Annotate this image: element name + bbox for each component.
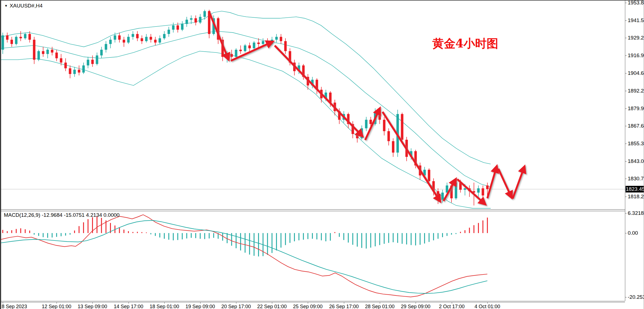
time-axis-tick	[92, 302, 93, 303]
macd-signal-line	[1, 220, 487, 293]
candle-body	[455, 183, 457, 198]
price-axis-label-tick	[625, 197, 627, 197]
candle-body	[51, 50, 54, 52]
candle-body	[275, 37, 278, 39]
candle-body	[69, 68, 71, 74]
price-axis-label-tick	[625, 56, 627, 56]
price-axis-label: 1843.00	[628, 158, 644, 164]
candle-body	[262, 41, 264, 44]
time-axis-tick	[380, 302, 380, 303]
time-axis-label: 26 Sep 17:00	[329, 304, 359, 309]
time-axis-label: 14 Sep 17:00	[114, 304, 143, 309]
macd-histogram-layer	[3, 216, 487, 256]
price-axis-label-tick	[625, 91, 627, 91]
symbol-selector[interactable]: ▼ XAUUSD#,H4	[4, 3, 42, 9]
time-axis-label: 8 Sep 2023	[2, 304, 27, 309]
trend-arrow[interactable]	[498, 169, 511, 196]
trend-arrow[interactable]	[443, 181, 455, 201]
candle-body	[82, 65, 85, 73]
candle-body	[257, 43, 260, 44]
time-axis-label: 13 Sep 09:00	[78, 304, 107, 309]
macd-axis-label: -20.2539	[628, 294, 644, 300]
price-axis-label: 1916.95	[628, 52, 644, 59]
price-axis-label-tick	[625, 38, 627, 38]
candle-body	[204, 11, 206, 17]
candle-body	[149, 37, 152, 39]
candle-body	[55, 52, 58, 58]
candle-body	[356, 134, 359, 138]
trend-arrow[interactable]	[487, 168, 496, 198]
price-axis-label-tick	[625, 3, 627, 3]
candle-body	[87, 60, 89, 65]
time-axis-tick	[236, 302, 236, 303]
candle-body	[235, 50, 237, 57]
candle-body	[154, 40, 157, 43]
time-axis-label: 29 Sep 09:00	[401, 304, 430, 309]
candle-body	[284, 41, 287, 51]
price-axis-label-tick	[625, 161, 627, 162]
candle-body	[2, 35, 4, 50]
candle-body	[388, 131, 390, 141]
chart-title-annotation: 黄金4小时图	[428, 36, 503, 51]
time-axis-tick	[164, 302, 165, 303]
time-axis-tick	[487, 302, 488, 303]
pane-splitter-bottom[interactable]	[1, 301, 625, 302]
price-axis-label: 1855.30	[628, 141, 644, 147]
candle-body	[159, 38, 161, 43]
macd-indicator-pane[interactable]	[1, 211, 625, 301]
candle-body	[194, 18, 197, 23]
candle-body	[145, 37, 148, 41]
candle-body	[244, 46, 246, 51]
candle-body	[168, 30, 170, 34]
candle-body	[42, 51, 44, 54]
candle-body	[248, 46, 251, 48]
symbol-timeframe-label: XAUUSD#,H4	[10, 3, 42, 9]
pane-splitter[interactable]	[1, 209, 625, 211]
price-axis-label: 1892.20	[628, 88, 644, 94]
time-axis-tick	[308, 302, 308, 303]
time-axis-label: 12 Sep 01:00	[42, 304, 71, 309]
time-axis-label: 19 Sep 09:00	[185, 304, 215, 309]
time-axis-tick	[344, 302, 344, 303]
time-axis-tick	[416, 302, 416, 303]
candle-body	[141, 38, 143, 41]
candle-body	[370, 120, 372, 124]
price-axis-label-tick	[625, 73, 627, 73]
candle-body	[186, 20, 188, 24]
candle-body	[123, 40, 125, 43]
candle-body	[73, 70, 76, 74]
candle-body	[383, 120, 386, 131]
candle-body	[78, 70, 80, 72]
candle-body	[24, 34, 26, 38]
price-axis-label: 1904.65	[628, 70, 644, 76]
macd-axis-label: 6.3218	[628, 210, 644, 216]
candle-body	[64, 63, 67, 68]
time-axis-label: 28 Sep 01:00	[365, 304, 394, 309]
time-axis-tick	[3, 302, 3, 303]
price-axis-label: 1830.70	[628, 176, 644, 182]
candle-body	[172, 25, 175, 30]
candle-body	[114, 35, 116, 40]
current-price-tag: 1823.45	[626, 186, 644, 192]
candle-body	[464, 188, 466, 190]
candles-layer	[2, 10, 489, 205]
chevron-down-icon[interactable]: ▼	[4, 4, 8, 7]
candle-body	[118, 35, 121, 40]
price-axis-label: 1879.90	[628, 105, 644, 112]
candle-body	[441, 193, 444, 200]
candle-body	[10, 40, 13, 44]
candle-body	[38, 51, 40, 60]
candle-body	[392, 141, 394, 152]
candle-body	[28, 34, 31, 40]
main-chart-pane[interactable]	[1, 1, 625, 210]
candle-body	[378, 113, 381, 120]
trend-arrow[interactable]	[513, 168, 524, 199]
candle-body	[100, 50, 103, 56]
time-axis-tick	[452, 302, 452, 303]
trend-arrow[interactable]	[457, 179, 484, 203]
time-axis-tick	[57, 302, 57, 303]
candle-body	[46, 50, 49, 54]
candle-body	[60, 58, 62, 63]
trend-arrow[interactable]	[275, 46, 361, 135]
trend-arrow[interactable]	[383, 112, 439, 200]
